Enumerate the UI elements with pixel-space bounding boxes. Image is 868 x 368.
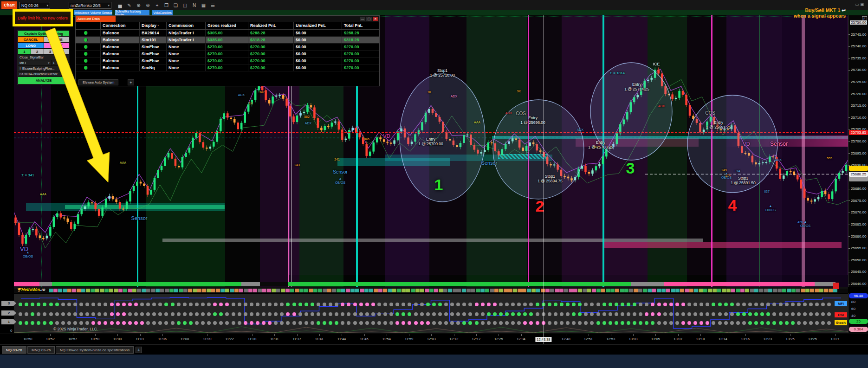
signal-dot [687,312,691,316]
signal-note-line2: when a signal appears [766,13,846,19]
ribbon-cell [713,289,717,292]
signal-dot [475,321,479,325]
time-axis[interactable]: 10:5010:5210:5710:5911:0011:0111:0611:08… [0,334,868,344]
chart-label-845: 845 [364,137,369,141]
signal-dot [304,303,308,306]
signal-dot [140,312,144,316]
ribbon-cell [388,289,392,292]
time-label: 10:50 [24,337,32,341]
price-tickmark [849,284,850,284]
pattern-number-2: 2 [536,197,544,215]
indicator-chip-mfi: MFI [835,301,847,306]
ribbon-cell [620,289,624,292]
signal-dot [681,312,685,316]
osc-value-bubble: 0.364 [849,327,868,332]
chart-label--: ▲ [339,177,342,180]
add-workspace-tab[interactable]: + [136,347,142,353]
signal-dot [116,312,120,316]
crosshair-icon[interactable]: + [153,2,161,9]
column-header-Commission[interactable]: Commission [167,22,206,29]
column-header-Total PnL[interactable]: Total PnL [342,22,379,29]
signal-dot [201,303,205,306]
ribbon-cell [397,289,401,292]
column-header-Gross realized[interactable]: Gross realized [206,22,248,29]
new-doc-icon[interactable]: ❐ [162,2,170,9]
time-tickmark [319,334,320,336]
signal-dot [19,312,22,316]
signal-dot [61,321,65,325]
price-tick: 25680.00 [851,187,866,191]
chart-label-adx: ADX [238,93,245,97]
candle [678,91,680,98]
signal-dot [292,303,296,306]
ribbon-cell [703,289,707,292]
ribbon-cell [299,289,304,292]
ribbon-cell [466,289,471,292]
signal-dot [730,312,734,316]
candle [223,113,225,119]
list-icon[interactable]: ☰ [209,2,217,9]
minimize-button[interactable]: — [360,17,365,21]
gross-cell: $270.00 [206,65,248,71]
time-tickmark [700,334,701,336]
time-label: 10:59 [91,337,100,341]
oscillator-axis[interactable]: 80604096.48250.364 [848,293,868,333]
workspace-tab-1[interactable]: MNQ 03-26 [27,346,55,354]
candle [140,182,142,184]
price-axis[interactable]: F 25750.0025745.0025740.0025735.0025730.… [848,15,868,287]
price-tickmark [849,117,850,118]
candle [195,133,198,138]
oscillator-panel[interactable]: MFIRSIStoch © 2025 NinjaTrader, LLC. [14,293,848,333]
ribbon-cell [643,289,647,292]
indicator-icon[interactable]: N [190,2,198,9]
signal-dot [621,312,624,316]
signal-dot [420,312,424,316]
window-controls[interactable]: ▭ ▣ [855,2,864,6]
price-tickmark [849,141,850,142]
zoom-out-icon[interactable]: ⊖ [144,2,152,9]
ribbon-cell [262,289,266,292]
candle [42,238,45,239]
signal-dot [317,321,320,325]
trade-label: Entry1 @ 25714.25 [624,83,649,91]
workspace-tab-0[interactable]: NQ 03-26 [2,346,26,354]
signal-dot [785,312,789,316]
chart-label-vd: VD [383,133,390,139]
row-tag-2[interactable]: 2 [1,310,16,316]
indicator-tab-2[interactable]: VoluCandles [152,10,173,15]
ribbon-cell [95,289,99,292]
ribbon-cell [100,289,104,292]
close-window-button[interactable]: ✕ [373,17,378,21]
grid-icon[interactable]: ▦ [200,2,207,9]
column-header-Realized PnL[interactable]: Realized PnL [248,22,294,29]
price-tick: 25645.00 [851,270,866,274]
signal-dot [189,312,193,316]
ribbon-cell [777,289,782,292]
ribbon-cell [406,289,410,292]
column-header-Display ·[interactable]: Display · [140,22,167,29]
signal-dot [687,321,691,325]
alert-icon[interactable]: ❏ [172,2,180,9]
candle [657,70,660,73]
signal-dot [809,321,813,325]
summary-bar-segment [260,282,288,286]
signal-dot [481,312,485,316]
candle [588,172,590,174]
ribbon-cell [374,289,378,292]
signal-dot [365,303,369,306]
row-tag-1[interactable]: 1 [1,319,16,324]
signal-dot [602,312,606,316]
display-cell: SimElsw [140,51,167,57]
row-tag-3[interactable]: 3 [1,301,16,306]
column-header-Unrealized PnL[interactable]: Unrealized PnL [294,22,342,29]
signal-dot [627,303,630,306]
signal-dot [49,303,53,306]
time-label: 12:53 [606,337,615,341]
workspace-tab-2[interactable]: NQ Elswee system-ninza co spesifications [56,346,134,354]
signal-dot [566,321,570,325]
snapshot-icon[interactable]: ◫ [181,2,189,9]
ribbon-cell [295,289,299,292]
maximize-button[interactable]: ▢ [366,17,372,21]
signal-dot [359,303,363,306]
ribbon-cell [429,289,434,292]
